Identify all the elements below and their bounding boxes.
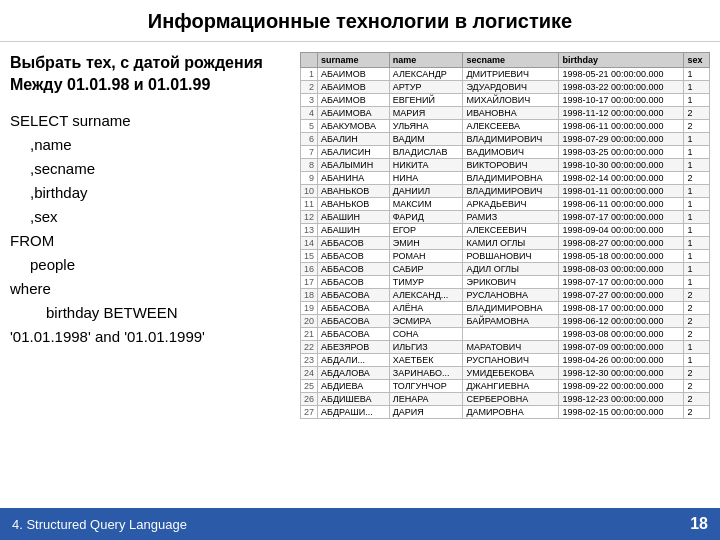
table-cell: 1 <box>684 94 710 107</box>
table-cell: 1998-04-26 00:00:00.000 <box>559 354 684 367</box>
table-cell: 1998-12-30 00:00:00.000 <box>559 367 684 380</box>
row-num: 9 <box>301 172 318 185</box>
table-cell: АББАСОВ <box>318 263 390 276</box>
table-cell: 1998-06-11 00:00:00.000 <box>559 120 684 133</box>
table-row: 17АББАСОВТИМУРЭРИКОВИЧ1998-07-17 00:00:0… <box>301 276 710 289</box>
table-cell: АБДАЛИ... <box>318 354 390 367</box>
table-cell: ТИМУР <box>389 276 463 289</box>
table-cell: ВЛАДИМИРОВИЧ <box>463 185 559 198</box>
table-cell: ТОЛГУНЧОР <box>389 380 463 393</box>
table-row: 4АБАИМОВАМАРИЯИВАНОВНА1998-11-12 00:00:0… <box>301 107 710 120</box>
table-cell: МАРИЯ <box>389 107 463 120</box>
table-cell: АБАЛИСИН <box>318 146 390 159</box>
row-num: 23 <box>301 354 318 367</box>
table-row: 7АБАЛИСИНВЛАДИСЛАВВАДИМОВИЧ1998-03-25 00… <box>301 146 710 159</box>
table-row: 15АББАСОВРОМАНРОВШАНОВИЧ1998-05-18 00:00… <box>301 250 710 263</box>
table-cell: СЕРБЕРОВНА <box>463 393 559 406</box>
table-cell: АББАСОВА <box>318 315 390 328</box>
table-cell: АБАИМОВА <box>318 107 390 120</box>
table-cell: 2 <box>684 302 710 315</box>
table-cell: ЭРИКОВИЧ <box>463 276 559 289</box>
table-row: 3АБАИМОВЕВГЕНИЙМИХАЙЛОВИЧ1998-10-17 00:0… <box>301 94 710 107</box>
row-num: 4 <box>301 107 318 120</box>
row-num: 21 <box>301 328 318 341</box>
sql-line3: ,secname <box>10 157 290 181</box>
table-cell: ВЛАДИМИРОВИЧ <box>463 133 559 146</box>
table-cell: РУСЛАНОВНА <box>463 289 559 302</box>
table-cell: АБАИМОВ <box>318 68 390 81</box>
table-cell: АВАНЬКОВ <box>318 185 390 198</box>
table-cell: 2 <box>684 380 710 393</box>
table-cell: АДИЛ ОГЛЫ <box>463 263 559 276</box>
table-cell: 1998-08-17 00:00:00.000 <box>559 302 684 315</box>
table-cell: ДАМИРОВНА <box>463 406 559 419</box>
table-cell: ДАНИИЛ <box>389 185 463 198</box>
table-cell: ХАЕТБЕК <box>389 354 463 367</box>
table-cell: ИЛЬГИЗ <box>389 341 463 354</box>
table-row: 24АБДАЛОВАЗАРИНАБО...УМИДЕБЕКОВА1998-12-… <box>301 367 710 380</box>
table-cell: 1 <box>684 250 710 263</box>
data-table: surname name secname birthday sex 1АБАИМ… <box>300 52 710 419</box>
table-cell: АББАСОВА <box>318 302 390 315</box>
table-row: 26АБДИШЕВАЛЕНАРАСЕРБЕРОВНА1998-12-23 00:… <box>301 393 710 406</box>
row-num: 27 <box>301 406 318 419</box>
table-cell: 1 <box>684 237 710 250</box>
row-num: 14 <box>301 237 318 250</box>
row-num: 7 <box>301 146 318 159</box>
table-row: 20АББАСОВАЭСМИРАБАЙРАМОВНА1998-06-12 00:… <box>301 315 710 328</box>
table-cell: 1998-03-08 00:00:00.000 <box>559 328 684 341</box>
table-body: 1АБАИМОВАЛЕКСАНДРДМИТРИЕВИЧ1998-05-21 00… <box>301 68 710 419</box>
table-cell: АЛЕКСАНДР <box>389 68 463 81</box>
table-cell: НИКИТА <box>389 159 463 172</box>
table-cell: 1998-10-17 00:00:00.000 <box>559 94 684 107</box>
table-cell: ФАРИД <box>389 211 463 224</box>
table-cell: УМИДЕБЕКОВА <box>463 367 559 380</box>
col-secname: secname <box>463 53 559 68</box>
row-num: 6 <box>301 133 318 146</box>
table-cell: 1998-03-25 00:00:00.000 <box>559 146 684 159</box>
sql-block: SELECT surname ,name ,secname ,birthday … <box>10 109 290 349</box>
table-cell: ЕГОР <box>389 224 463 237</box>
table-cell: 1998-06-11 00:00:00.000 <box>559 198 684 211</box>
table-cell: АРТУР <box>389 81 463 94</box>
table-cell: БАЙРАМОВНА <box>463 315 559 328</box>
table-cell: 1 <box>684 185 710 198</box>
table-cell: 1998-05-18 00:00:00.000 <box>559 250 684 263</box>
table-cell: 1998-07-17 00:00:00.000 <box>559 276 684 289</box>
table-cell: УЛЬЯНА <box>389 120 463 133</box>
table-row: 23АБДАЛИ...ХАЕТБЕКРУСПАНОВИЧ1998-04-26 0… <box>301 354 710 367</box>
table-cell: ЛЕНАРА <box>389 393 463 406</box>
table-cell: КАМИЛ ОГЛЫ <box>463 237 559 250</box>
table-cell: 1998-08-03 00:00:00.000 <box>559 263 684 276</box>
table-cell: 2 <box>684 315 710 328</box>
row-num: 16 <box>301 263 318 276</box>
footer-page: 18 <box>690 515 708 533</box>
sql-line2: ,name <box>10 133 290 157</box>
table-cell: 1998-08-27 00:00:00.000 <box>559 237 684 250</box>
table-cell: ВИКТОРОВИЧ <box>463 159 559 172</box>
table-header: surname name secname birthday sex <box>301 53 710 68</box>
right-panel: surname name secname birthday sex 1АБАИМ… <box>300 52 710 498</box>
table-cell: ЕВГЕНИЙ <box>389 94 463 107</box>
row-num: 19 <box>301 302 318 315</box>
table-cell: МАКСИМ <box>389 198 463 211</box>
table-cell: АБАШИН <box>318 224 390 237</box>
table-cell: ЗАРИНАБО... <box>389 367 463 380</box>
table-cell: ВЛАДИМИРОВНА <box>463 172 559 185</box>
table-cell: АБДАЛОВА <box>318 367 390 380</box>
table-cell: 1998-01-11 00:00:00.000 <box>559 185 684 198</box>
table-row: 1АБАИМОВАЛЕКСАНДРДМИТРИЕВИЧ1998-05-21 00… <box>301 68 710 81</box>
sql-line6: FROM <box>10 229 290 253</box>
table-cell: ЭМИН <box>389 237 463 250</box>
table-row: 22АБЕЗЯРОВИЛЬГИЗМАРАТОВИЧ1998-07-09 00:0… <box>301 341 710 354</box>
table-row: 9АБАНИНАНИНАВЛАДИМИРОВНА1998-02-14 00:00… <box>301 172 710 185</box>
table-cell: ВАДИМ <box>389 133 463 146</box>
table-cell: АБАИМОВ <box>318 94 390 107</box>
table-cell: АББАСОВ <box>318 237 390 250</box>
table-cell: РОМАН <box>389 250 463 263</box>
table-cell: 1 <box>684 133 710 146</box>
sql-line1: SELECT surname <box>10 109 290 133</box>
table-cell: ДМИТРИЕВИЧ <box>463 68 559 81</box>
table-row: 2АБАИМОВАРТУРЭДУАРДОВИЧ1998-03-22 00:00:… <box>301 81 710 94</box>
table-cell: 1998-07-29 00:00:00.000 <box>559 133 684 146</box>
